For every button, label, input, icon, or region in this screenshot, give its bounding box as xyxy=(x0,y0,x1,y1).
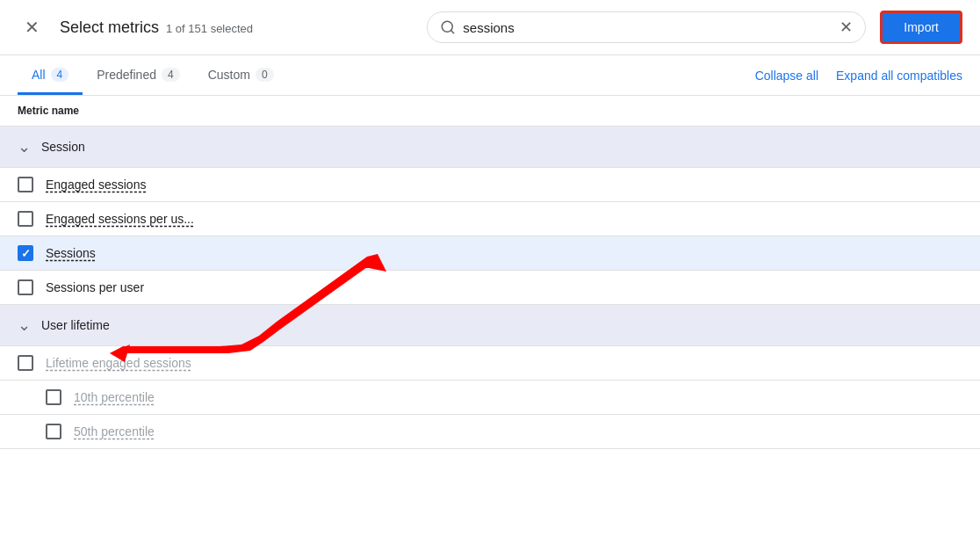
expand-all-link[interactable]: Expand all compatibles xyxy=(836,69,962,83)
close-button[interactable]: ✕ xyxy=(18,13,46,41)
table-header: Metric name xyxy=(0,96,980,127)
tab-all[interactable]: All 4 xyxy=(18,55,83,95)
checkbox-sessions[interactable] xyxy=(18,245,33,261)
close-icon: ✕ xyxy=(25,17,40,38)
tabs-actions: Collapse all Expand all compatibles xyxy=(755,69,962,83)
list-item[interactable]: 10th percentile xyxy=(0,381,980,415)
import-button[interactable]: Import xyxy=(880,11,962,44)
svg-line-1 xyxy=(451,30,454,33)
header: ✕ Select metrics1 of 151 selected ✕ Impo… xyxy=(0,0,980,55)
checkbox-10th-percentile[interactable] xyxy=(46,389,61,405)
list-item[interactable]: Sessions xyxy=(0,236,980,271)
list-item[interactable]: Engaged sessions xyxy=(0,168,980,202)
tabs-row: All 4 Predefined 4 Custom 0 Collapse all… xyxy=(0,55,980,96)
checkbox-sessions-per-user[interactable] xyxy=(18,279,33,295)
chevron-down-icon: ⌄ xyxy=(18,316,31,335)
main-content: ⌄ Session Engaged sessions Engaged sessi… xyxy=(0,127,980,449)
tab-custom[interactable]: Custom 0 xyxy=(194,55,288,95)
search-container: ✕ xyxy=(427,11,866,43)
list-item[interactable]: Lifetime engaged sessions xyxy=(0,346,980,381)
tab-predefined[interactable]: Predefined 4 xyxy=(83,55,193,95)
search-input[interactable] xyxy=(463,20,832,35)
checkbox-lifetime-engaged[interactable] xyxy=(18,355,33,371)
selection-count: 1 of 151 selected xyxy=(166,22,253,35)
group-header-session[interactable]: ⌄ Session xyxy=(0,127,980,168)
chevron-down-icon: ⌄ xyxy=(18,137,31,156)
group-header-user-lifetime[interactable]: ⌄ User lifetime xyxy=(0,305,980,346)
list-item[interactable]: 50th percentile xyxy=(0,415,980,449)
collapse-all-link[interactable]: Collapse all xyxy=(755,69,818,83)
list-item[interactable]: Engaged sessions per us... xyxy=(0,202,980,236)
search-icon xyxy=(440,19,456,35)
page-title: Select metrics1 of 151 selected xyxy=(60,18,253,37)
tabs-left: All 4 Predefined 4 Custom 0 xyxy=(18,55,755,95)
checkbox-50th-percentile[interactable] xyxy=(46,424,61,439)
search-clear-button[interactable]: ✕ xyxy=(839,18,853,37)
list-item[interactable]: Sessions per user xyxy=(0,271,980,305)
title-text: Select metrics xyxy=(60,18,159,36)
checkbox-engaged-sessions-per-user[interactable] xyxy=(18,211,33,227)
checkbox-engaged-sessions[interactable] xyxy=(18,177,33,192)
